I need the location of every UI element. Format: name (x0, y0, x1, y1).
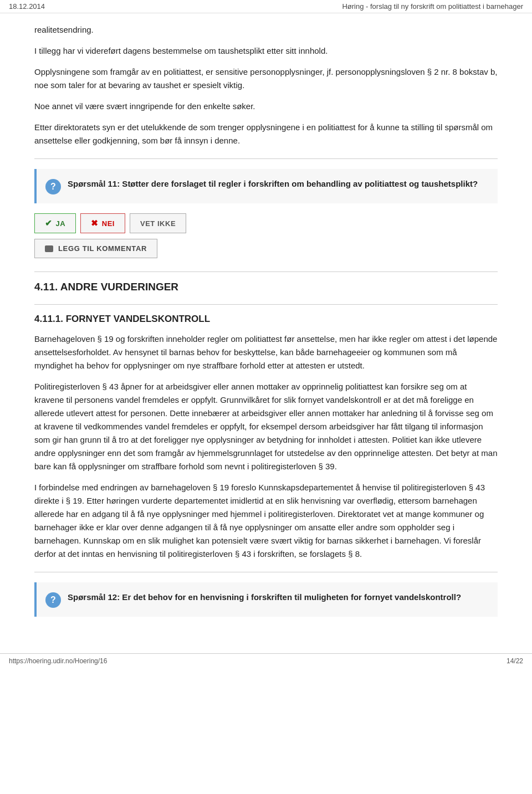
fornyet-para-1: Barnehageloven § 19 og forskriften inneh… (34, 332, 498, 372)
top-bar: 18.12.2014 Høring - forslag til ny forsk… (0, 0, 532, 13)
page-number: 14/22 (507, 657, 523, 665)
bottom-bar: https://hoering.udir.no/Hoering/16 14/22 (0, 653, 532, 668)
divider-1 (34, 158, 498, 159)
vote-buttons-11: ✔ JA ✖ NEI VET IKKE (34, 213, 498, 233)
question-11-text: Spørsmål 11: Støtter dere forslaget til … (68, 178, 478, 191)
comment-button-label: LEGG TIL KOMMENTAR (58, 244, 147, 253)
question-12-block: ? Spørsmål 12: Er det behov for en henvi… (34, 582, 498, 617)
paragraph-noe-annet: Noe annet vil være svært inngripende for… (34, 100, 498, 113)
divider-2 (34, 272, 498, 272)
main-content: realitetsendring. I tillegg har vi vider… (17, 13, 515, 640)
add-comment-button[interactable]: LEGG TIL KOMMENTAR (34, 239, 157, 258)
vote-vet-ikke-button[interactable]: VET IKKE (130, 213, 186, 233)
section-4-11-1-heading: 4.11.1. FORNYET VANDELSKONTROLL (34, 314, 498, 325)
date-label: 18.12.2014 (9, 2, 45, 11)
checkmark-icon: ✔ (45, 218, 53, 228)
vote-nei-button[interactable]: ✖ NEI (80, 213, 125, 233)
paragraph-opplysningene: Opplysningene som framgår av en politiat… (34, 65, 498, 92)
paragraph-etter: Etter direktoratets syn er det utelukken… (34, 121, 498, 147)
divider-3 (34, 304, 498, 305)
page-title: Høring - forslag til ny forskrift om pol… (342, 2, 523, 11)
question-11-icon: ? (45, 179, 61, 194)
page-url: https://hoering.udir.no/Hoering/16 (9, 657, 107, 665)
x-icon: ✖ (91, 218, 99, 228)
vote-vet-ikke-label: VET IKKE (140, 219, 176, 228)
vote-ja-label: JA (56, 219, 66, 228)
vote-nei-label: NEI (102, 219, 115, 228)
fornyet-para-3: I forbindelse med endringen av barnehage… (34, 481, 498, 561)
fornyet-para-2: Politiregisterloven § 43 åpner for at ar… (34, 380, 498, 473)
paragraph-realitet: realitetsendring. (34, 23, 498, 37)
paragraph-tillegg: I tillegg har vi videreført dagens beste… (34, 44, 498, 58)
comment-icon (45, 245, 53, 252)
question-12-text: Spørsmål 12: Er det behov for en henvisn… (68, 591, 461, 604)
section-4-11-heading: 4.11. ANDRE VURDERINGER (34, 281, 498, 293)
question-12-icon: ? (45, 592, 61, 608)
question-11-block: ? Spørsmål 11: Støtter dere forslaget ti… (34, 169, 498, 203)
vote-ja-button[interactable]: ✔ JA (34, 213, 76, 233)
divider-4 (34, 572, 498, 572)
